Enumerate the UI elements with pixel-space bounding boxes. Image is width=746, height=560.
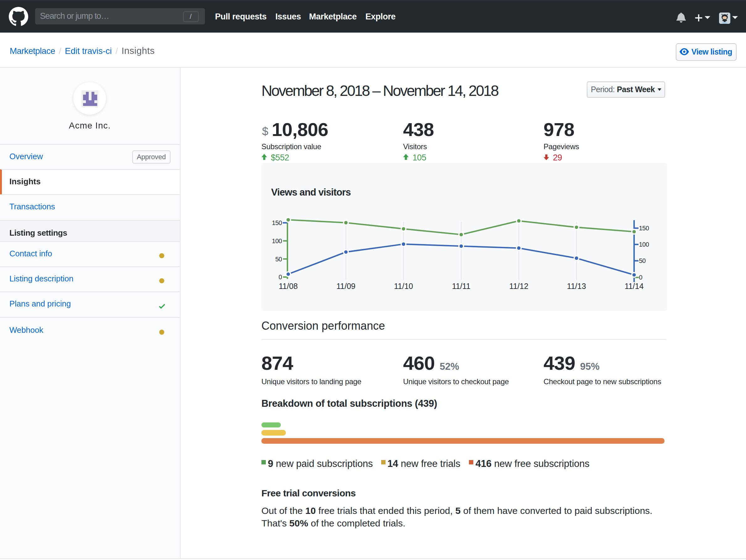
svg-text:11/11: 11/11 — [452, 282, 470, 291]
svg-text:11/14: 11/14 — [625, 282, 644, 291]
svg-text:0: 0 — [639, 274, 642, 281]
svg-text:11/09: 11/09 — [336, 282, 355, 291]
svg-text:100: 100 — [639, 241, 649, 248]
svg-text:150: 150 — [639, 225, 649, 232]
svg-text:0: 0 — [279, 273, 282, 281]
svg-text:50: 50 — [639, 257, 646, 264]
svg-text:11/08: 11/08 — [279, 282, 298, 291]
svg-text:11/10: 11/10 — [394, 282, 413, 291]
svg-text:11/12: 11/12 — [509, 282, 528, 291]
svg-text:50: 50 — [275, 256, 282, 263]
svg-text:150: 150 — [272, 219, 282, 226]
svg-text:100: 100 — [272, 238, 282, 244]
svg-text:11/13: 11/13 — [567, 282, 586, 291]
